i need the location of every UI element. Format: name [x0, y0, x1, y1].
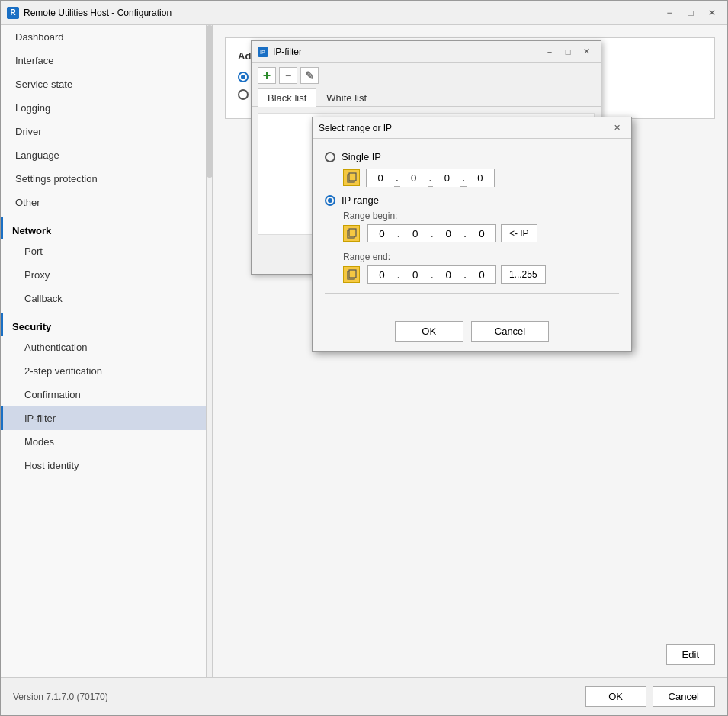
- ip-filter-remove-button[interactable]: −: [279, 67, 297, 84]
- window-body: Dashboard Interface Service state Loggin…: [1, 25, 727, 677]
- single-ip-label: Single IP: [342, 151, 381, 162]
- range-end-dot3: .: [462, 269, 468, 281]
- single-ip-seg3[interactable]: [433, 169, 460, 187]
- range-end-row: . . . 1...255: [343, 265, 619, 284]
- select-range-ok-button[interactable]: OK: [395, 321, 463, 342]
- main-cancel-button[interactable]: Cancel: [653, 686, 715, 707]
- select-range-title: Select range or IP: [319, 123, 608, 133]
- single-ip-copy-icon[interactable]: [343, 169, 360, 186]
- maximize-button[interactable]: □: [681, 5, 700, 21]
- range-body: Single IP . . .: [313, 139, 631, 315]
- range-begin-input-group: . . .: [367, 224, 496, 242]
- range-end-input-group: . . .: [367, 265, 496, 284]
- sidebar-item-2step[interactable]: 2-step verification: [1, 359, 206, 383]
- single-ip-input-group: . . .: [366, 169, 495, 187]
- single-ip-dot1: .: [394, 172, 400, 184]
- sidebar: Dashboard Interface Service state Loggin…: [1, 25, 207, 677]
- range-begin-seg3[interactable]: [435, 228, 462, 239]
- ip-filter-icon: IP: [258, 47, 268, 57]
- ip-filter-minimize[interactable]: −: [541, 45, 558, 59]
- ip-range-radio[interactable]: [325, 195, 335, 206]
- sidebar-item-logging[interactable]: Logging: [1, 96, 206, 120]
- ip-range-option[interactable]: IP range: [325, 194, 619, 206]
- svg-rect-7: [349, 270, 356, 278]
- ip-filter-title: IP-filter: [273, 47, 541, 57]
- window-controls: − □ ✕: [660, 5, 721, 21]
- single-ip-radio[interactable]: [325, 152, 335, 162]
- sidebar-scrollbar[interactable]: [207, 25, 213, 677]
- deny-radio-button[interactable]: [238, 89, 249, 100]
- window-title: Remote Utilities Host - Configuration: [24, 8, 660, 18]
- ip-filter-toolbar: + − ✎: [252, 63, 601, 88]
- sidebar-item-dashboard[interactable]: Dashboard: [1, 25, 206, 49]
- sidebar-item-service-state[interactable]: Service state: [1, 72, 206, 96]
- single-ip-seg4[interactable]: [467, 169, 494, 187]
- sidebar-item-language[interactable]: Language: [1, 143, 206, 167]
- sidebar-item-confirmation[interactable]: Confirmation: [1, 383, 206, 406]
- select-range-close[interactable]: ✕: [608, 121, 625, 135]
- close-button[interactable]: ✕: [703, 5, 721, 21]
- ip-filter-controls: − □ ✕: [541, 45, 595, 59]
- range-end-dot1: .: [396, 269, 402, 281]
- range-begin-seg2[interactable]: [402, 228, 429, 239]
- range-begin-row: . . . <- IP: [343, 224, 619, 242]
- main-ok-button[interactable]: OK: [585, 686, 646, 707]
- range-end-label: Range end:: [343, 252, 619, 262]
- range-end-seg1[interactable]: [368, 269, 396, 281]
- range-end-seg2[interactable]: [402, 269, 429, 281]
- range-end-seg3[interactable]: [435, 269, 462, 281]
- range-end-dot2: .: [429, 269, 435, 281]
- single-ip-option[interactable]: Single IP: [325, 151, 619, 162]
- main-window: R Remote Utilities Host - Configuration …: [0, 0, 728, 716]
- range-begin-seg4[interactable]: [468, 228, 495, 239]
- sidebar-item-settings-protection[interactable]: Settings protection: [1, 167, 206, 191]
- range-begin-dot1: .: [396, 228, 402, 239]
- sidebar-item-authentication[interactable]: Authentication: [1, 336, 206, 359]
- sidebar-item-callback[interactable]: Callback: [1, 287, 206, 310]
- ip-filter-tabs: Black list White list: [252, 88, 601, 107]
- range-end-copy-icon[interactable]: [343, 266, 360, 283]
- left-ip-button[interactable]: <- IP: [501, 224, 537, 242]
- range-end-seg4[interactable]: [468, 269, 495, 281]
- app-icon: R: [7, 7, 19, 19]
- select-range-title-bar: Select range or IP ✕: [313, 117, 631, 139]
- single-ip-seg1[interactable]: [367, 169, 394, 187]
- allow-radio-button[interactable]: [238, 72, 249, 82]
- range-end-section: Range end: . . .: [325, 252, 619, 284]
- ip-filter-add-button[interactable]: +: [258, 67, 276, 84]
- range-begin-section: Range begin: . . .: [325, 210, 619, 242]
- sidebar-item-ip-filter[interactable]: IP-filter: [1, 406, 206, 430]
- ip-filter-close[interactable]: ✕: [578, 45, 595, 59]
- range-begin-copy-icon[interactable]: [343, 225, 360, 242]
- range-begin-seg1[interactable]: [368, 228, 396, 239]
- single-ip-seg2[interactable]: [400, 169, 428, 187]
- range-begin-label: Range begin:: [343, 210, 619, 221]
- range-footer: OK Cancel: [313, 315, 631, 351]
- sidebar-item-host-identity[interactable]: Host identity: [1, 454, 206, 477]
- range-begin-dot3: .: [462, 228, 468, 239]
- sidebar-item-network[interactable]: Network: [1, 217, 206, 239]
- sidebar-item-port[interactable]: Port: [1, 239, 206, 263]
- ip-filter-maximize[interactable]: □: [560, 45, 576, 59]
- svg-text:IP: IP: [260, 50, 265, 55]
- sidebar-item-modes[interactable]: Modes: [1, 430, 206, 454]
- sidebar-item-other[interactable]: Other: [1, 191, 206, 214]
- sidebar-item-interface[interactable]: Interface: [1, 49, 206, 72]
- sidebar-item-driver[interactable]: Driver: [1, 120, 206, 143]
- select-range-modal: Select range or IP ✕ Single IP: [312, 117, 632, 352]
- sidebar-item-proxy[interactable]: Proxy: [1, 263, 206, 287]
- tab-blacklist[interactable]: Black list: [258, 88, 316, 107]
- fill-button[interactable]: 1...255: [501, 265, 546, 284]
- single-ip-dot3: .: [460, 172, 467, 184]
- svg-rect-5: [349, 229, 356, 236]
- main-content: Addresses Allow everyone, except... Deny…: [213, 25, 727, 677]
- edit-button[interactable]: Edit: [666, 644, 715, 665]
- select-range-cancel-button[interactable]: Cancel: [471, 321, 549, 342]
- minimize-button[interactable]: −: [660, 5, 678, 21]
- range-divider: [325, 293, 619, 294]
- tab-whitelist[interactable]: White list: [316, 88, 377, 107]
- ip-filter-edit-button[interactable]: ✎: [300, 67, 319, 84]
- svg-rect-3: [349, 173, 356, 181]
- single-ip-input-row: . . .: [343, 169, 619, 187]
- sidebar-item-security[interactable]: Security: [1, 313, 206, 336]
